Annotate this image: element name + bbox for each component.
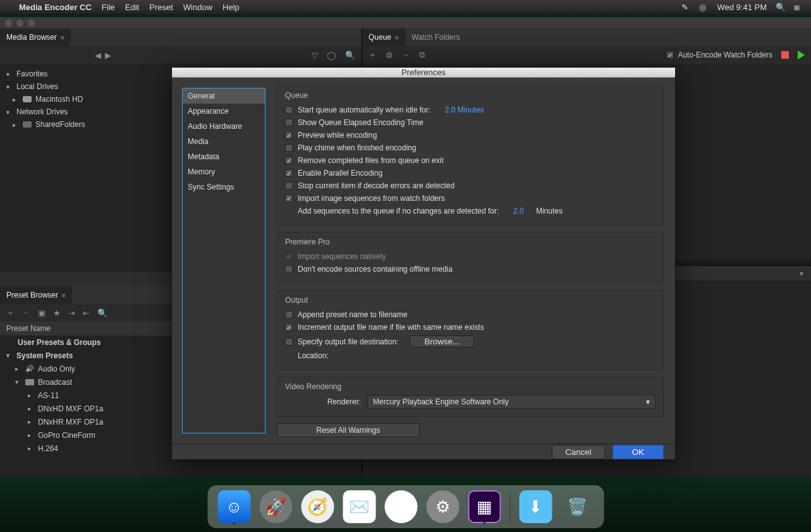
checkbox-chime[interactable]	[285, 144, 293, 152]
cc-cloud-icon[interactable]: ◎	[699, 3, 708, 11]
queue-settings-icon[interactable]: ⚙	[386, 51, 393, 60]
stop-queue-icon[interactable]	[781, 51, 789, 59]
cat-audio-hardware[interactable]: Audio Hardware	[183, 119, 265, 134]
system-presets-label: System Presets	[16, 351, 73, 360]
browse-button[interactable]: Browse...	[410, 336, 474, 348]
checkbox-specify-dest[interactable]	[285, 338, 293, 346]
duplicate-icon[interactable]: ⧉	[419, 50, 425, 60]
menu-list-icon[interactable]: ≣	[793, 3, 802, 11]
unit-label: Minutes	[536, 207, 563, 215]
remove-preset-icon[interactable]: －	[22, 307, 30, 318]
dock-system-prefs[interactable]: ⚙	[426, 490, 459, 523]
dock-trash[interactable]: 🗑️	[561, 490, 594, 523]
checkbox-show-elapsed[interactable]	[285, 119, 293, 126]
menu-edit[interactable]: Edit	[125, 3, 139, 12]
chevron-right-icon: ▸	[28, 392, 34, 399]
panel-menu-icon[interactable]: ≡	[395, 34, 399, 41]
cat-media[interactable]: Media	[183, 134, 265, 149]
broadcast-icon	[25, 379, 34, 385]
opt-label: Play chime when finished encoding	[298, 143, 416, 152]
ingest-icon[interactable]: ◯	[327, 51, 336, 60]
menu-window[interactable]: Window	[183, 3, 212, 12]
seq-minutes-field[interactable]: 2.0	[513, 207, 524, 215]
add-source-icon[interactable]: ＋	[369, 49, 377, 61]
preset-browser-tab[interactable]: Preset Browser ≡	[0, 286, 72, 304]
watch-folders-tab[interactable]: Watch Folders	[405, 28, 466, 46]
preset-label: GoPro CineForm	[38, 431, 95, 440]
new-group-icon[interactable]: ▣	[38, 308, 46, 318]
dock-mail[interactable]: ✉️	[343, 490, 375, 523]
spotlight-icon[interactable]: 🔍	[776, 3, 784, 11]
idle-minutes-field[interactable]: 2.0 Minutes	[445, 106, 484, 114]
menu-preset[interactable]: Preset	[149, 3, 173, 12]
checkbox-start-idle[interactable]	[285, 106, 293, 114]
dock-launchpad[interactable]: 🚀	[259, 490, 292, 523]
dock-media-encoder[interactable]: ▦	[468, 490, 501, 523]
opt-label: Stop current item if decode errors are d…	[298, 181, 454, 190]
checkbox-stop-decode-error[interactable]	[285, 182, 293, 190]
media-browser-tabbar: Media Browser ≡	[0, 28, 362, 46]
cat-appearance[interactable]: Appearance	[183, 104, 265, 119]
dock-downloads[interactable]: ⬇	[519, 490, 552, 523]
ok-button[interactable]: OK	[613, 445, 664, 459]
panel-menu-icon[interactable]: ≡	[62, 292, 66, 299]
renderer-dropdown[interactable]: Mercury Playback Engine Software Only ▾	[367, 395, 656, 409]
preset-settings-icon[interactable]: ★	[53, 308, 61, 318]
queue-tab[interactable]: Queue ≡	[362, 28, 405, 46]
start-queue-icon[interactable]	[798, 51, 805, 59]
auto-encode-toggle[interactable]: Auto-Encode Watch Folders	[666, 51, 772, 59]
menu-file[interactable]: File	[102, 3, 115, 12]
cancel-button[interactable]: Cancel	[552, 445, 605, 459]
section-title: Output	[285, 296, 656, 305]
dock-itunes[interactable]: ♪	[384, 490, 417, 523]
app-name[interactable]: Media Encoder CC	[19, 3, 92, 12]
queue-tab-label: Queue	[369, 33, 391, 42]
cat-sync-settings[interactable]: Sync Settings	[183, 179, 265, 195]
remove-icon[interactable]: －	[402, 49, 410, 61]
chevron-down-icon: ▾	[6, 352, 13, 359]
checkbox-preview[interactable]	[285, 131, 293, 139]
auto-encode-label: Auto-Encode Watch Folders	[678, 51, 772, 59]
panel-menu-icon[interactable]: ≡	[61, 34, 64, 41]
media-browser-tab[interactable]: Media Browser ≡	[0, 28, 71, 46]
drive-label: Macintosh HD	[35, 95, 83, 104]
chevron-right-icon: ▸	[28, 405, 34, 412]
filter-icon[interactable]: ▽	[312, 51, 318, 60]
cat-memory[interactable]: Memory	[183, 164, 265, 179]
zoom-button[interactable]	[28, 20, 35, 27]
dock-finder[interactable]: ☺	[217, 490, 250, 523]
checkbox-append-preset[interactable]	[285, 311, 293, 318]
export-preset-icon[interactable]: ⇤	[83, 308, 90, 318]
search-icon[interactable]: 🔍	[345, 51, 355, 60]
checkbox-increment-name[interactable]	[285, 323, 293, 331]
import-preset-icon[interactable]: ⇥	[68, 308, 75, 318]
preset-search-icon[interactable]: 🔍	[97, 308, 107, 318]
dock-safari[interactable]: 🧭	[301, 490, 334, 523]
chevron-right-icon: ▸	[13, 96, 19, 103]
close-button[interactable]	[5, 20, 12, 27]
menubar-clock[interactable]: Wed 9:41 PM	[717, 3, 767, 12]
reset-warnings-button[interactable]: Reset All Warnings	[277, 423, 420, 437]
checkbox-no-offline[interactable]	[285, 265, 293, 273]
media-browser-title: Media Browser	[6, 33, 57, 42]
opt-label: Increment output file name if file with …	[298, 323, 484, 332]
nav-back-icon[interactable]: ◀	[95, 51, 101, 60]
dock-separator	[509, 493, 510, 523]
opt-label: Append preset name to filename	[298, 310, 407, 319]
media-browser-toolbar: ◀ ▶ ▽ ◯ 🔍	[0, 46, 362, 64]
checkbox-icon	[666, 51, 674, 59]
preset-header-label: Preset Name	[6, 324, 51, 333]
checkbox-parallel[interactable]	[285, 169, 293, 177]
checkbox-remove-completed[interactable]	[285, 157, 293, 164]
add-preset-icon[interactable]: ＋	[6, 307, 15, 318]
cat-metadata[interactable]: Metadata	[183, 149, 265, 164]
checkbox-import-image-seq[interactable]	[285, 195, 293, 202]
preset-label: AS-11	[38, 391, 59, 400]
renderer-value: Mercury Playback Engine Software Only	[373, 397, 509, 406]
opt-label: Start queue automatically when idle for:	[298, 106, 430, 114]
cat-general[interactable]: General	[183, 88, 265, 104]
cc-status-icon[interactable]: ✎	[681, 3, 690, 11]
menu-help[interactable]: Help	[223, 3, 240, 12]
minimize-button[interactable]	[16, 20, 23, 27]
nav-forward-icon[interactable]: ▶	[105, 51, 111, 60]
